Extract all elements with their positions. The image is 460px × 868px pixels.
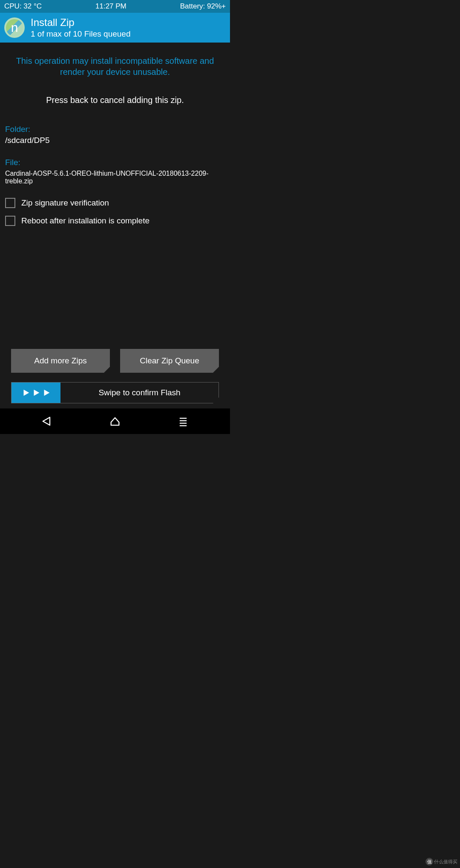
content-area: This operation may install incompatible … (0, 43, 230, 408)
folder-value: /sdcard/DP5 (5, 136, 225, 145)
header: n Install Zip 1 of max of 10 Files queue… (0, 13, 230, 43)
zip-verify-label: Zip signature verification (21, 198, 109, 208)
swipe-label: Swipe to confirm Flash (60, 388, 218, 397)
nav-bar (0, 408, 230, 434)
file-value: Cardinal-AOSP-5.6.1-OREO-lithium-UNOFFIC… (5, 170, 225, 185)
status-bar: CPU: 32 °C 11:27 PM Battery: 92%+ (0, 0, 230, 13)
menu-button[interactable] (175, 414, 191, 429)
folder-label: Folder: (5, 125, 225, 134)
queue-status: 1 of max of 10 Files queued (31, 29, 130, 39)
play-icon (21, 388, 31, 397)
back-icon (41, 415, 53, 427)
button-row: Add more Zips Clear Zip Queue (5, 349, 225, 373)
file-block: File: Cardinal-AOSP-5.6.1-OREO-lithium-U… (5, 158, 225, 185)
home-button[interactable] (107, 414, 123, 429)
reboot-after-label: Reboot after installation is complete (21, 216, 150, 226)
folder-block: Folder: /sdcard/DP5 (5, 125, 225, 145)
play-icon (32, 388, 41, 397)
battery-level: Battery: 92%+ (180, 2, 226, 11)
reboot-after-checkbox[interactable] (5, 216, 15, 226)
reboot-after-row[interactable]: Reboot after installation is complete (5, 216, 225, 226)
instruction-text: Press back to cancel adding this zip. (5, 95, 225, 105)
header-text: Install Zip 1 of max of 10 Files queued (31, 17, 130, 39)
clock: 11:27 PM (95, 2, 126, 11)
home-icon (109, 415, 121, 427)
file-label: File: (5, 158, 225, 167)
cpu-temp: CPU: 32 °C (4, 2, 42, 11)
twrp-logo-icon: n (4, 17, 25, 38)
play-icon (42, 388, 51, 397)
logo-letter: n (11, 21, 18, 34)
swipe-handle[interactable] (12, 383, 60, 403)
swipe-to-flash[interactable]: Swipe to confirm Flash (11, 382, 219, 403)
menu-icon (177, 415, 189, 427)
zip-verify-checkbox[interactable] (5, 198, 15, 208)
warning-text: This operation may install incompatible … (5, 55, 225, 77)
clear-zip-queue-button[interactable]: Clear Zip Queue (120, 349, 219, 373)
add-more-zips-button[interactable]: Add more Zips (11, 349, 110, 373)
page-title: Install Zip (31, 17, 130, 29)
back-button[interactable] (39, 414, 55, 429)
zip-verify-row[interactable]: Zip signature verification (5, 198, 225, 208)
